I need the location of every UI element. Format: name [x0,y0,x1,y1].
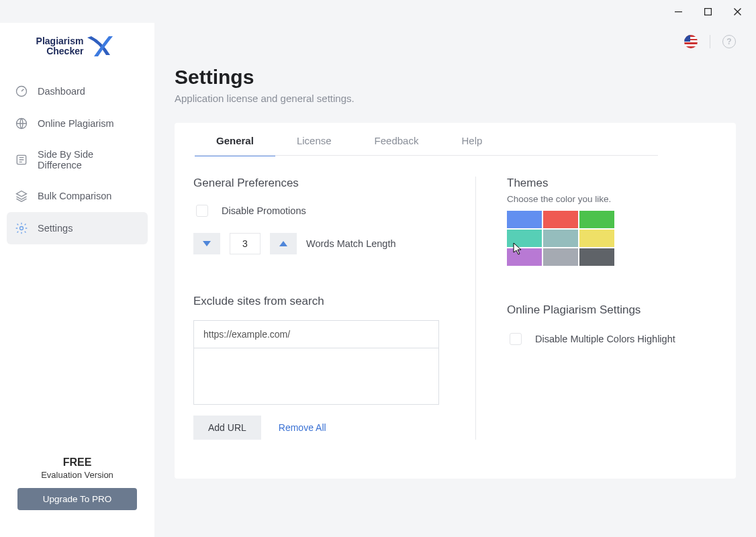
app-logo: Plagiarism Checker [0,26,154,75]
main-content: ? Settings Application license and gener… [154,23,756,537]
language-flag-us[interactable] [684,35,698,48]
general-panel: General Preferences Disable Promotions 3 [175,156,736,440]
theme-swatch-purple[interactable] [507,248,542,266]
words-match-label: Words Match Length [306,238,396,249]
plan-subtitle: Evaluation Version [17,470,137,480]
window-titlebar [0,0,756,23]
theme-swatch-yellow[interactable] [579,230,614,247]
page-title: Settings [175,66,736,89]
tabs: General License Feedback Help [175,123,736,156]
col-left: General Preferences Disable Promotions 3 [193,177,475,440]
gauge-icon [15,85,28,98]
close-button[interactable] [722,2,752,21]
top-icons: ? [684,35,736,48]
url-actions: Add URL Remove All [193,416,462,440]
page-subtitle: Application license and general settings… [175,93,736,104]
gear-icon [15,222,28,235]
sidebar-item-settings[interactable]: Settings [7,212,148,244]
divider [710,35,710,48]
compare-icon [15,153,28,166]
theme-swatch-red[interactable] [543,211,578,228]
sidebar-item-label: Settings [38,223,73,234]
theme-swatch-green[interactable] [579,211,614,228]
disable-promotions-checkbox[interactable] [196,205,208,217]
logo-line1: Plagiarism [36,36,84,46]
disable-colors-label: Disable Multiple Colors Highlight [535,334,675,344]
svg-point-5 [20,227,23,230]
logo-swoosh-icon [86,35,118,58]
svg-rect-1 [704,8,711,15]
page-header: Settings Application license and general… [175,23,736,104]
disable-colors-row: Disable Multiple Colors Highlight [507,333,708,345]
sidebar-item-side-by-side[interactable]: Side By Side Difference [7,140,148,180]
disable-colors-checkbox[interactable] [510,333,522,345]
plan-title: FREE [17,456,137,469]
tab-general[interactable]: General [195,123,275,156]
sidebar-item-dashboard[interactable]: Dashboard [7,75,148,107]
tab-help[interactable]: Help [440,123,504,156]
stepper-increase-button[interactable] [270,233,297,254]
theme-swatch-bluegray[interactable] [543,230,578,247]
col-right: Themes Choose the color you like. [475,177,708,440]
words-match-stepper: 3 Words Match Length [193,233,462,254]
upgrade-button[interactable]: Upgrade To PRO [17,488,137,510]
layers-icon [15,189,28,203]
themes-subtitle: Choose the color you like. [507,194,708,204]
theme-swatches [507,211,708,266]
maximize-button[interactable] [693,2,722,21]
exclude-sites-title: Exclude sites from search [193,295,462,308]
sidebar-footer: FREE Evaluation Version Upgrade To PRO [0,456,154,537]
tab-feedback[interactable]: Feedback [353,123,440,156]
stepper-decrease-button[interactable] [193,233,220,254]
help-icon[interactable]: ? [722,35,736,48]
online-plagiarism-title: Online Plagiarism Settings [507,303,708,317]
theme-swatch-blue[interactable] [507,211,542,228]
sidebar-item-label: Dashboard [38,86,85,97]
logo-line2: Checker [36,46,84,56]
settings-card: General License Feedback Help General Pr… [175,123,736,479]
themes-title: Themes [507,177,708,190]
words-match-value[interactable]: 3 [230,233,261,254]
remove-all-link[interactable]: Remove All [279,422,326,433]
minimize-button[interactable] [663,2,693,21]
theme-swatch-dark[interactable] [579,248,614,266]
tab-license[interactable]: License [275,123,353,156]
general-preferences-title: General Preferences [193,177,462,190]
sidebar-item-label: Side By Side Difference [38,149,140,170]
disable-promotions-label: Disable Promotions [222,205,306,216]
disable-promotions-row: Disable Promotions [193,205,462,217]
theme-swatch-gray[interactable] [543,248,578,266]
sidebar-item-bulk-comparison[interactable]: Bulk Comparison [7,180,148,212]
sidebar-item-label: Bulk Comparison [38,191,111,201]
sidebar-item-label: Online Plagiarism [38,118,114,129]
add-url-button[interactable]: Add URL [193,416,261,440]
exclude-url-list[interactable] [193,348,439,405]
svg-rect-0 [675,11,682,12]
sidebar-nav: Dashboard Online Plagiarism Side By Side… [0,75,154,456]
globe-icon [15,117,28,130]
exclude-url-input[interactable] [193,320,439,348]
sidebar-item-online-plagiarism[interactable]: Online Plagiarism [7,107,148,140]
theme-swatch-teal[interactable] [507,230,542,247]
sidebar: Plagiarism Checker Dashboard Online Plag… [0,23,154,537]
